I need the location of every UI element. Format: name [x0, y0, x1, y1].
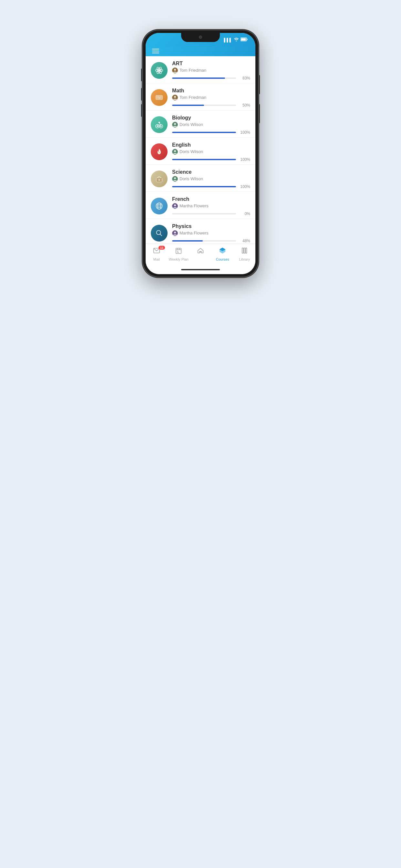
- teacher-name: Tom Friedman: [180, 68, 206, 73]
- svg-point-23: [159, 122, 160, 123]
- teacher-avatar: [172, 230, 178, 236]
- course-name: English: [172, 142, 250, 148]
- progress-bar-fill: [172, 186, 236, 187]
- progress-bar-bg: [172, 132, 236, 133]
- progress-bar-bg: [172, 213, 236, 214]
- course-item[interactable]: English Doris Wilson 100%: [146, 137, 255, 165]
- svg-point-38: [157, 230, 161, 235]
- progress-bar-fill: [172, 132, 236, 133]
- progress-bar-fill: [172, 240, 203, 242]
- course-item[interactable]: ART Tom Friedman 83%: [146, 56, 255, 83]
- course-item[interactable]: Math Tom Friedman 50%: [146, 83, 255, 111]
- teacher-name: Tom Friedman: [180, 95, 206, 100]
- svg-rect-67: [244, 248, 245, 253]
- progress-bar-bg: [172, 186, 236, 187]
- svg-rect-11: [158, 97, 159, 97]
- teacher-row: Doris Wilson: [172, 122, 250, 128]
- tab-icon: [241, 247, 248, 256]
- progress-bar-bg: [172, 159, 236, 160]
- progress-percentage: 100%: [239, 184, 250, 189]
- course-item[interactable]: Science Doris Wilson 100%: [146, 165, 255, 192]
- menu-button[interactable]: [152, 49, 159, 53]
- course-icon: [151, 170, 167, 187]
- svg-line-39: [160, 234, 162, 236]
- teacher-name: Doris Wilson: [180, 122, 203, 127]
- course-item[interactable]: French Martha Flowers 0%: [146, 192, 255, 219]
- course-name: ART: [172, 61, 250, 66]
- teacher-avatar: [172, 122, 178, 128]
- teacher-row: Doris Wilson: [172, 176, 250, 182]
- svg-point-25: [174, 123, 176, 125]
- teacher-row: Doris Wilson: [172, 149, 250, 155]
- tab-label: Mail: [153, 257, 160, 261]
- phone-screen: ▌▌▌: [146, 33, 255, 274]
- teacher-avatar: [172, 67, 178, 73]
- tab-home[interactable]: [191, 247, 210, 261]
- teacher-name: Doris Wilson: [180, 149, 203, 154]
- teacher-row: Tom Friedman: [172, 95, 250, 100]
- teacher-name: Martha Flowers: [180, 204, 209, 208]
- course-name: Biology: [172, 115, 250, 121]
- progress-bar-fill: [172, 78, 225, 79]
- course-info: Science Doris Wilson 100%: [172, 169, 250, 189]
- svg-rect-10: [157, 97, 158, 97]
- teacher-avatar: [172, 203, 178, 209]
- teacher-row: Martha Flowers: [172, 230, 250, 236]
- course-item[interactable]: Biology Doris Wilson 100%: [146, 111, 255, 137]
- course-info: Math Tom Friedman 50%: [172, 88, 250, 107]
- tab-icon: [197, 247, 204, 256]
- signal-icon: ▌▌▌: [224, 38, 232, 42]
- teacher-avatar: [172, 149, 178, 155]
- course-list: ART Tom Friedman 83%: [146, 56, 255, 244]
- svg-rect-15: [158, 98, 161, 98]
- progress-percentage: 83%: [239, 76, 250, 81]
- notch-camera: [199, 35, 202, 39]
- teacher-avatar: [172, 95, 178, 100]
- tab-Courses[interactable]: Courses: [213, 247, 232, 261]
- tab-Weekly Plan[interactable]: Weekly Plan: [169, 247, 189, 261]
- tab-Mail[interactable]: 11 Mail: [147, 247, 166, 261]
- progress-bar-bg: [172, 240, 236, 242]
- tab-bar: 11 Mail Weekly Plan Courses: [146, 244, 255, 267]
- svg-point-3: [158, 69, 160, 71]
- app-header: [146, 47, 255, 56]
- course-name: Physics: [172, 223, 250, 229]
- notch: [181, 33, 220, 42]
- course-info: English Doris Wilson 100%: [172, 142, 250, 162]
- svg-rect-59: [176, 248, 181, 253]
- course-icon: [151, 116, 167, 133]
- tab-label: Weekly Plan: [169, 257, 189, 261]
- home-bar: [181, 269, 220, 270]
- tab-Library[interactable]: Library: [235, 247, 254, 261]
- teacher-avatar: [172, 176, 178, 182]
- progress-row: 0%: [172, 212, 250, 216]
- progress-bar-bg: [172, 104, 236, 106]
- progress-row: 100%: [172, 184, 250, 189]
- svg-rect-14: [157, 98, 158, 98]
- progress-row: 50%: [172, 103, 250, 107]
- course-item[interactable]: Physics Martha Flowers 48%: [146, 219, 255, 244]
- course-icon: [151, 197, 167, 214]
- wifi-icon: [234, 37, 239, 42]
- teacher-row: Martha Flowers: [172, 203, 250, 209]
- svg-rect-2: [241, 38, 246, 41]
- course-name: French: [172, 196, 250, 202]
- svg-rect-16: [161, 98, 162, 98]
- svg-point-37: [174, 205, 176, 206]
- course-info: French Martha Flowers 0%: [172, 196, 250, 216]
- svg-point-32: [174, 177, 176, 179]
- teacher-name: Doris Wilson: [180, 176, 203, 181]
- course-name: Math: [172, 88, 250, 94]
- progress-bar-fill: [172, 104, 204, 106]
- tab-icon: [219, 247, 226, 256]
- progress-percentage: 48%: [239, 239, 250, 243]
- phone-frame: ▌▌▌: [143, 30, 258, 277]
- home-indicator: [146, 267, 255, 274]
- svg-rect-9: [156, 96, 163, 100]
- progress-row: 100%: [172, 157, 250, 162]
- course-icon: [151, 62, 167, 79]
- progress-percentage: 100%: [239, 157, 250, 162]
- svg-point-27: [174, 150, 176, 152]
- tab-badge: 11: [158, 246, 165, 250]
- svg-point-18: [174, 96, 176, 98]
